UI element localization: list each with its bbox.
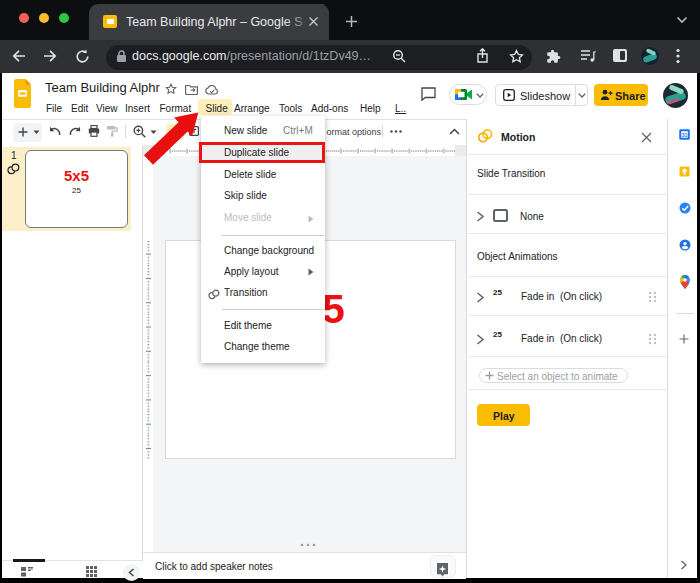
svg-text:31: 31 bbox=[682, 132, 688, 138]
